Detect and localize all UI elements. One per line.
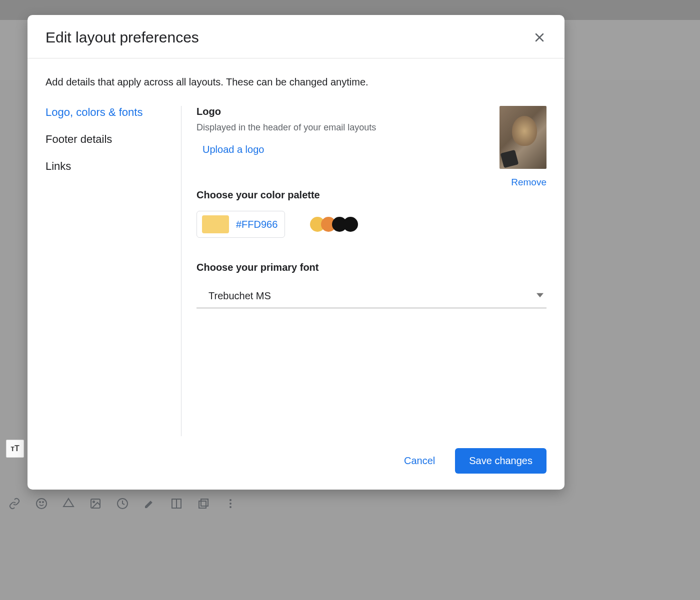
link-icon[interactable] <box>8 497 21 510</box>
modal-footer: Cancel Save changes <box>28 436 564 490</box>
confidential-icon[interactable] <box>116 497 129 510</box>
font-heading: Choose your primary font <box>196 262 546 273</box>
layout-icon[interactable] <box>170 497 183 510</box>
sidebar: Logo, colors & fonts Footer details Link… <box>46 106 182 436</box>
main-panel: Remove Logo Displayed in the header of y… <box>182 106 546 436</box>
content-row: Logo, colors & fonts Footer details Link… <box>46 106 546 436</box>
color-palette-section: Choose your color palette #FFD966 <box>196 189 546 238</box>
modal-title: Edit layout preferences <box>46 29 199 46</box>
cancel-button[interactable]: Cancel <box>396 450 443 472</box>
palette-preview[interactable] <box>310 217 358 232</box>
svg-point-0 <box>36 499 46 509</box>
svg-point-1 <box>40 502 40 503</box>
color-hex-input[interactable]: #FFD966 <box>196 211 285 238</box>
modal-header: Edit layout preferences <box>28 15 564 58</box>
logo-preview-wrap: Remove <box>500 106 546 188</box>
close-button[interactable] <box>532 30 546 44</box>
emoji-icon[interactable] <box>35 497 48 510</box>
template-icon[interactable] <box>197 497 210 510</box>
svg-point-12 <box>230 506 232 508</box>
logo-section: Logo Displayed in the header of your ema… <box>196 106 546 155</box>
color-hex-value: #FFD966 <box>236 219 278 230</box>
svg-point-4 <box>93 501 94 503</box>
more-icon[interactable] <box>224 497 237 510</box>
font-dropdown[interactable]: Trebuchet MS <box>196 282 546 308</box>
modal-description: Add details that apply across all layout… <box>46 76 546 88</box>
font-selected-value: Trebuchet MS <box>208 290 271 302</box>
svg-rect-8 <box>201 499 208 506</box>
edit-layout-preferences-modal: Edit layout preferences Add details that… <box>28 15 564 490</box>
remove-logo-link[interactable]: Remove <box>511 177 546 188</box>
font-section: Choose your primary font Trebuchet MS <box>196 262 546 308</box>
svg-point-10 <box>230 499 232 501</box>
palette-circle-4 <box>343 217 358 232</box>
logo-heading: Logo <box>196 106 546 117</box>
text-size-icon: тT <box>10 444 20 453</box>
svg-rect-9 <box>199 501 206 508</box>
close-icon <box>534 31 546 43</box>
sidebar-item-links[interactable]: Links <box>46 160 171 187</box>
svg-point-2 <box>42 502 44 503</box>
compose-toolbar <box>8 497 237 510</box>
color-swatch <box>202 215 229 233</box>
modal-body: Add details that apply across all layout… <box>28 58 564 436</box>
image-icon[interactable] <box>89 497 102 510</box>
color-row: #FFD966 <box>196 211 546 238</box>
sidebar-item-footer-details[interactable]: Footer details <box>46 133 171 160</box>
svg-point-11 <box>230 503 232 505</box>
sidebar-item-logo-colors-fonts[interactable]: Logo, colors & fonts <box>46 106 171 133</box>
text-size-button[interactable]: тT <box>6 440 24 458</box>
drive-icon[interactable] <box>62 497 75 510</box>
pen-icon[interactable] <box>143 497 156 510</box>
logo-preview-image <box>500 106 546 169</box>
upload-logo-link[interactable]: Upload a logo <box>202 144 264 155</box>
logo-subtitle: Displayed in the header of your email la… <box>196 122 546 133</box>
chevron-down-icon <box>536 292 544 301</box>
palette-heading: Choose your color palette <box>196 189 546 201</box>
save-changes-button[interactable]: Save changes <box>455 448 546 474</box>
